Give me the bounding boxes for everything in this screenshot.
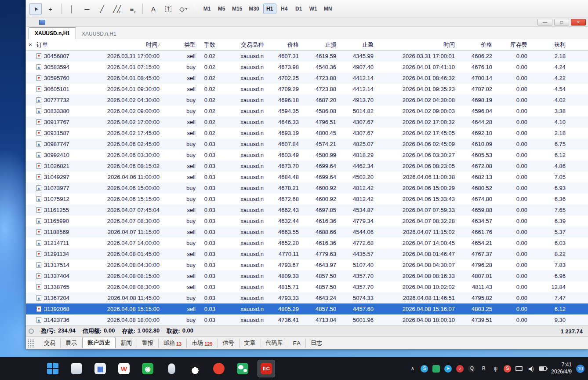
label-tool-icon[interactable]: T: [162, 3, 174, 15]
table-row[interactable]: 311659902026.04.07 08:30:00buy0.03xauusd…: [26, 216, 588, 227]
trendline-tool-icon-glyph: ╱: [100, 6, 104, 12]
column-header-0[interactable]: 订单: [26, 41, 83, 49]
text-tool-icon[interactable]: A: [147, 3, 160, 15]
fibonacci-tool-icon[interactable]: ≡F: [126, 3, 138, 15]
column-header-11[interactable]: 获利: [530, 41, 568, 49]
timeframe-mn[interactable]: MN: [321, 4, 335, 14]
restore-button[interactable]: □: [554, 19, 569, 26]
bottom-tab-展示[interactable]: 展示: [61, 339, 82, 348]
notification-count-badge[interactable]: 10: [576, 365, 584, 373]
horizontal-line-tool-icon[interactable]: ─: [81, 3, 93, 15]
shapes-tool-icon[interactable]: ◇▾: [177, 3, 189, 15]
column-header-7[interactable]: 止盈: [339, 41, 376, 49]
taskbar-clock[interactable]: 7:41 2026/4/9: [551, 362, 572, 375]
bluetooth-icon[interactable]: B: [480, 365, 487, 373]
column-header-10[interactable]: 库存费: [495, 41, 530, 49]
table-row[interactable]: 305835942026.04.01 07:15:00buy0.02xauusd…: [26, 62, 588, 73]
bottom-tab-文章[interactable]: 文章: [240, 339, 261, 348]
table-row[interactable]: 309924102026.04.06 03:30:00buy0.03xauusd…: [26, 150, 588, 161]
timeframe-d1[interactable]: D1: [292, 4, 305, 14]
table-row[interactable]: 311885692026.04.07 11:15:00sell0.03xauus…: [26, 227, 588, 238]
cursor-tool-icon[interactable]: ➤: [29, 3, 42, 15]
table-row[interactable]: 309177672026.04.02 17:00:00sell0.02xauus…: [26, 117, 588, 128]
bottom-tab-代码库[interactable]: 代码库: [261, 339, 288, 348]
usb-icon[interactable]: ψ: [492, 365, 499, 373]
table-row[interactable]: 313387652026.04.08 08:30:00sell0.03xauus…: [26, 281, 588, 292]
timeframe-w1[interactable]: W1: [307, 4, 320, 14]
green-app-icon[interactable]: ◉: [139, 360, 156, 377]
volume-icon[interactable]: ◀): [527, 365, 534, 373]
wechat-icon[interactable]: [234, 360, 251, 377]
table-row[interactable]: 307777322026.04.02 04:30:00buy0.02xauusd…: [26, 95, 588, 106]
table-row[interactable]: 313672042026.04.08 11:45:00buy0.03xauusd…: [26, 292, 588, 303]
timeframe-m15[interactable]: M15: [229, 4, 245, 14]
bottom-tab-警报[interactable]: 警报: [137, 339, 159, 348]
bottom-tab-市场[interactable]: 市场129: [187, 339, 218, 348]
chart-tab-2[interactable]: XAUUSD.n,H1: [76, 29, 122, 39]
bottom-tab-交易[interactable]: 交易: [39, 339, 61, 348]
minimize-button[interactable]: —: [537, 19, 552, 26]
start-button[interactable]: [44, 360, 62, 377]
table-row[interactable]: 305957602026.04.01 08:45:00sell0.02xauus…: [26, 73, 588, 84]
column-header-8[interactable]: 时间: [376, 41, 457, 49]
qq-tray-icon[interactable]: Q: [468, 365, 475, 373]
music-app-icon[interactable]: ♪: [456, 365, 464, 373]
close-button[interactable]: ×: [571, 19, 586, 26]
bottom-tab-日志[interactable]: 日志: [306, 339, 327, 348]
column-header-4[interactable]: 交易品种: [218, 41, 266, 49]
column-header-2[interactable]: 类型: [162, 41, 198, 49]
stream-app-icon[interactable]: S: [504, 365, 511, 373]
panel-grip[interactable]: [28, 339, 34, 347]
chart-tab-1[interactable]: XAUUSD.n,H1: [29, 27, 76, 39]
table-row[interactable]: 310759122026.04.06 15:15:00buy0.03xauusd…: [26, 194, 588, 205]
bottom-tab-账户历史[interactable]: 账户历史: [82, 337, 116, 348]
table-row[interactable]: 309877472026.04.06 02:45:00buy0.03xauusd…: [26, 139, 588, 150]
table-row[interactable]: 313175142026.04.08 04:30:00buy0.03xauusd…: [26, 259, 588, 270]
timeframe-h1[interactable]: H1: [263, 4, 276, 14]
table-row[interactable]: 310268212026.04.06 08:15:02sell0.03xauus…: [26, 161, 588, 172]
column-header-3[interactable]: 手数: [198, 41, 218, 49]
table-row[interactable]: 311612552026.04.07 07:45:04sell0.03xauus…: [26, 205, 588, 216]
bottom-tab-EA[interactable]: EA: [288, 339, 306, 348]
skype-icon[interactable]: S: [421, 365, 428, 373]
timeframe-m5[interactable]: M5: [215, 4, 228, 14]
file-explorer-icon[interactable]: [68, 360, 85, 377]
bottom-tab-新闻[interactable]: 新闻: [116, 339, 137, 348]
column-header-9[interactable]: 价格: [457, 41, 495, 49]
channel-tool-icon[interactable]: ╱╱E: [111, 3, 123, 15]
table-row[interactable]: 306051012026.04.01 09:30:00sell0.02xauus…: [26, 84, 588, 95]
table-row[interactable]: 313374042026.04.08 08:15:00sell0.03xauus…: [26, 270, 588, 281]
table-row[interactable]: 312911342026.04.08 01:45:00sell0.03xauus…: [26, 248, 588, 259]
wechat-tray-icon[interactable]: [432, 365, 440, 373]
table-row[interactable]: 309315872026.04.02 17:45:00sell0.02xauus…: [26, 128, 588, 139]
telegram-icon[interactable]: ➤: [444, 365, 452, 373]
calculator-icon[interactable]: ▦: [91, 360, 109, 377]
table-row[interactable]: 304568072026.03.31 17:00:00sell0.02xauus…: [26, 51, 588, 62]
hidden-icons-chevron[interactable]: ∧: [409, 365, 416, 373]
bottom-tab-信号[interactable]: 信号: [218, 339, 240, 348]
table-row[interactable]: 310492972026.04.06 11:00:00sell0.03xauus…: [26, 172, 588, 183]
column-header-6[interactable]: 止损: [301, 41, 339, 49]
ec-app-icon[interactable]: EC: [258, 360, 275, 377]
monitor-icon[interactable]: [515, 366, 523, 371]
battery-icon[interactable]: [539, 366, 547, 371]
table-row[interactable]: 314237362026.04.08 18:00:00buy0.03xauusd…: [26, 314, 588, 325]
qq-icon[interactable]: [186, 360, 204, 377]
crosshair-tool-icon[interactable]: +: [44, 3, 57, 15]
red-circle-app-icon[interactable]: [210, 360, 228, 377]
bottom-tab-邮箱[interactable]: 邮箱13: [159, 339, 187, 348]
table-row[interactable]: 313920682026.04.08 15:15:00sell0.03xauus…: [26, 303, 588, 314]
table-row[interactable]: 310739772026.04.06 15:00:00buy0.03xauusd…: [26, 183, 588, 194]
timeframe-m1[interactable]: M1: [200, 4, 214, 14]
column-header-5[interactable]: 价格: [266, 41, 301, 49]
mouse-utility-icon[interactable]: [163, 360, 180, 377]
column-header-1[interactable]: 时间∕: [83, 41, 162, 49]
timeframe-h4[interactable]: H4: [278, 4, 291, 14]
table-row[interactable]: 308333802026.04.02 09:00:00buy0.02xauusd…: [26, 106, 588, 117]
vertical-line-tool-icon[interactable]: │: [66, 3, 78, 15]
table-row[interactable]: 312147112026.04.07 14:00:00buy0.03xauusd…: [26, 238, 588, 248]
wps-icon[interactable]: W: [115, 360, 133, 377]
panel-close-icon[interactable]: ×: [27, 41, 34, 48]
trendline-tool-icon[interactable]: ╱: [96, 3, 108, 15]
timeframe-m30[interactable]: M30: [246, 4, 261, 14]
